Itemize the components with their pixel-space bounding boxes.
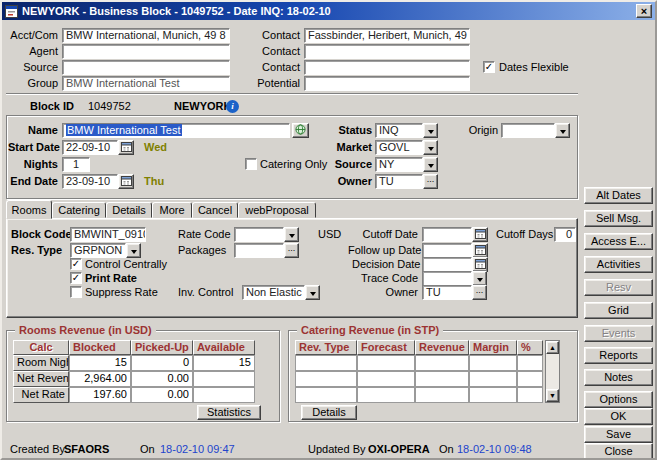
ok-button[interactable]: OK — [584, 408, 653, 425]
reports-button[interactable]: Reports — [584, 347, 653, 364]
print-rate-checkbox[interactable]: ✓ — [70, 272, 82, 284]
origin-field[interactable] — [501, 123, 555, 138]
scroll-down-icon[interactable]: ▼ — [546, 389, 559, 402]
tab-cancel[interactable]: Cancel — [192, 202, 238, 218]
origin-dropdown-button[interactable] — [555, 123, 570, 138]
scrollbar-track[interactable] — [546, 354, 559, 389]
table-cell — [517, 387, 543, 403]
name-field[interactable]: BMW International Test — [62, 123, 290, 138]
alt-dates-button[interactable]: Alt Dates — [584, 187, 653, 204]
separator — [6, 93, 578, 95]
block-id-label: Block ID — [30, 99, 74, 114]
access-excl-button[interactable]: Access E... — [584, 233, 653, 250]
dates-flexible-checkbox[interactable]: ✓ — [483, 61, 495, 73]
start-date-label: Start Date — [8, 140, 58, 155]
table-cell — [517, 355, 543, 371]
name-label: Name — [8, 123, 58, 138]
agent-field[interactable] — [62, 44, 230, 59]
rate-code-dropdown-button[interactable] — [284, 227, 299, 242]
suppress-rate-label: Suppress Rate — [85, 285, 158, 300]
statistics-button[interactable]: Statistics — [197, 405, 261, 420]
res-type-field[interactable]: GRPNON — [70, 243, 126, 258]
market-field[interactable]: GOVL — [375, 140, 423, 155]
scroll-up-icon[interactable]: ▲ — [546, 341, 559, 354]
control-centrally-checkbox[interactable]: ✓ — [70, 258, 82, 270]
options-button[interactable]: Options — [584, 391, 653, 408]
contact2-field[interactable] — [304, 44, 470, 59]
owner-lov-button[interactable]: ... — [423, 174, 438, 189]
created-on-label: On — [140, 442, 155, 457]
tab-details[interactable]: Details — [106, 202, 152, 218]
packages-lov-button[interactable]: ... — [284, 243, 299, 258]
table-cell — [295, 355, 357, 371]
acct-com-field[interactable]: BMW International, Munich, 49 8 215 6 — [62, 28, 230, 43]
globe-icon — [295, 124, 306, 135]
trace-code-dropdown-button[interactable] — [472, 271, 487, 286]
contact3-field[interactable] — [304, 60, 470, 75]
table-cell — [295, 371, 357, 387]
nights-field[interactable]: 1 — [62, 157, 90, 172]
inv-control-field[interactable]: Non Elastic — [242, 285, 305, 300]
end-date-calendar-button[interactable] — [118, 174, 134, 189]
packages-field[interactable] — [234, 243, 284, 258]
market-dropdown-button[interactable] — [423, 140, 438, 155]
status-field[interactable]: INQ — [375, 123, 423, 138]
follow-up-calendar-button[interactable] — [472, 243, 488, 258]
start-date-calendar-button[interactable] — [118, 140, 134, 155]
source2-field[interactable]: NY — [375, 157, 423, 172]
details-button[interactable]: Details — [301, 405, 357, 420]
contact1-field[interactable]: Fassbinder, Heribert, Munich, 49 8 125 — [304, 28, 470, 43]
status-dropdown-button[interactable] — [423, 123, 438, 138]
res-type-dropdown-button[interactable] — [126, 243, 141, 258]
tab-webproposal[interactable]: webProposal — [238, 202, 316, 218]
tab-more[interactable]: More — [152, 202, 192, 218]
table-header-cell: Blocked — [69, 340, 131, 355]
end-day-of-week: Thu — [144, 174, 164, 189]
source-field[interactable] — [62, 60, 230, 75]
catering-only-label: Catering Only — [260, 157, 327, 172]
cutoff-date-calendar-button[interactable] — [472, 227, 488, 242]
catering-revenue-title: Catering Revenue (in STP) — [297, 323, 443, 337]
group-field[interactable]: BMW International Test — [62, 76, 230, 91]
notes-button[interactable]: Notes — [584, 369, 653, 386]
table-header-cell: % — [517, 340, 543, 355]
follow-up-date-field[interactable] — [422, 243, 472, 258]
tab-catering[interactable]: Catering — [52, 202, 106, 218]
resv-button: Resv — [584, 279, 653, 296]
info-icon[interactable]: i — [226, 100, 239, 113]
owner-field[interactable]: TU — [375, 174, 423, 189]
end-date-field[interactable]: 23-09-10 — [62, 174, 118, 189]
updated-on-value: 18-02-10 09:48 — [457, 442, 532, 457]
decision-calendar-button[interactable] — [472, 257, 488, 272]
tab-rooms[interactable]: Rooms — [6, 200, 52, 219]
save-button[interactable]: Save — [584, 426, 653, 443]
decision-date-field[interactable] — [422, 257, 472, 272]
table-cell: 197.60 — [69, 387, 131, 403]
start-date-field[interactable]: 22-09-10 — [62, 140, 118, 155]
close-button[interactable]: × — [636, 4, 652, 18]
sell-msg-button[interactable]: Sell Msg. — [584, 210, 653, 227]
activities-button[interactable]: Activities — [584, 256, 653, 273]
owner2-field[interactable]: TU — [422, 285, 472, 300]
translate-button[interactable] — [292, 123, 309, 138]
grid-button[interactable]: Grid — [584, 302, 653, 319]
potential-field[interactable] — [304, 76, 470, 91]
table-cell — [415, 355, 469, 371]
owner2-lov-button[interactable]: ... — [472, 285, 487, 300]
table-cell — [415, 387, 469, 403]
contact2-label: Contact — [252, 44, 300, 59]
trace-code-field[interactable] — [422, 271, 472, 286]
inv-control-dropdown-button[interactable] — [305, 285, 320, 300]
source-dropdown-button[interactable] — [423, 157, 438, 172]
catering-only-checkbox[interactable] — [245, 158, 257, 170]
block-code-field[interactable]: BMWINT_0910 — [70, 227, 146, 242]
close-action-button[interactable]: Close — [584, 443, 653, 460]
catering-table-scrollbar[interactable]: ▲ ▼ — [545, 340, 560, 403]
rate-code-field[interactable] — [234, 227, 284, 242]
table-cell — [193, 387, 255, 403]
cutoff-date-field[interactable] — [422, 227, 472, 242]
cutoff-days-field[interactable]: 0 — [554, 227, 576, 242]
acct-com-label: Acct/Com — [6, 28, 58, 43]
table-cell — [193, 371, 255, 387]
suppress-rate-checkbox[interactable] — [70, 286, 82, 298]
